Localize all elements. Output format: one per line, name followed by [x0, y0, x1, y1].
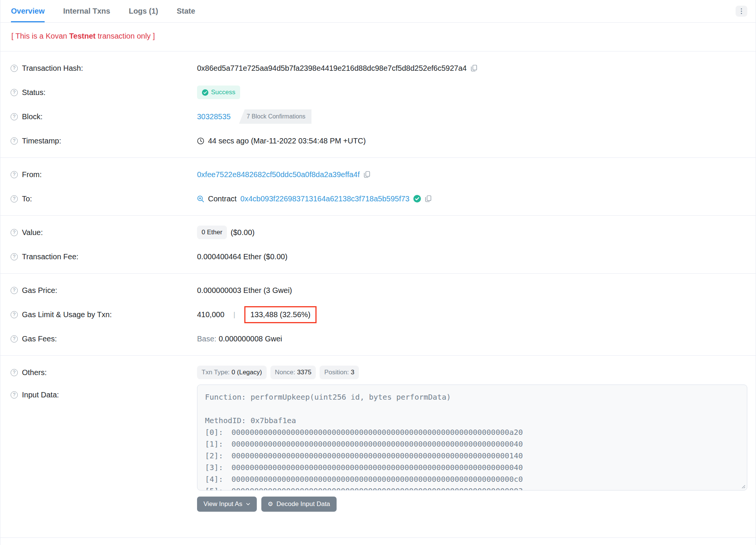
- input-function-line: Function: performUpkeep(uint256 id, byte…: [205, 391, 739, 403]
- block-row: ? Block: 30328535 7 Block Confirmations: [0, 104, 756, 129]
- section-addresses: ? From: 0xfee7522e8482682cf50ddc50a0f8da…: [0, 158, 756, 215]
- gears-icon: ⚙: [268, 501, 273, 507]
- gas-limit-value: 410,000: [197, 310, 224, 319]
- help-icon[interactable]: ?: [11, 335, 18, 343]
- tab-logs[interactable]: Logs (1): [129, 0, 158, 22]
- gas-fees-base-value: 0.000000008 Gwei: [219, 335, 282, 343]
- testnet-warning-prefix: [ This is a Kovan: [11, 32, 69, 40]
- value-label: Value:: [22, 228, 43, 237]
- section-overview-top: ? Transaction Hash: 0x86ed5a771e725aa94d…: [0, 51, 756, 157]
- help-icon[interactable]: ?: [11, 137, 18, 145]
- help-icon[interactable]: ?: [11, 229, 18, 236]
- input-word-line: [4]: 00000000000000000000000000000000000…: [205, 473, 739, 485]
- check-circle-icon: [202, 89, 208, 96]
- help-icon[interactable]: ?: [11, 391, 18, 399]
- input-word-line: [1]: 00000000000000000000000000000000000…: [205, 438, 739, 450]
- input-data-textarea[interactable]: Function: performUpkeep(uint256 id, byte…: [197, 385, 747, 490]
- more-options-button[interactable]: [736, 6, 747, 17]
- tab-overview[interactable]: Overview: [11, 0, 45, 22]
- verified-check-icon: [413, 195, 421, 202]
- decode-input-data-button[interactable]: ⚙ Decode Input Data: [261, 497, 337, 512]
- gas-price-row: ? Gas Price: 0.000000003 Ether (3 Gwei): [0, 278, 756, 302]
- kebab-dot: [741, 11, 742, 12]
- gas-limit-usage-row: ? Gas Limit & Usage by Txn: 410,000 | 13…: [0, 302, 756, 327]
- status-badge: Success: [197, 86, 240, 99]
- copy-icon[interactable]: [470, 65, 477, 72]
- transaction-hash-label: Transaction Hash:: [22, 64, 83, 73]
- txn-type-badge: Txn Type: 0 (Legacy): [197, 366, 267, 379]
- to-address-link[interactable]: 0x4cb093f226983713164a62138c3f718a5b595f…: [241, 195, 410, 203]
- timestamp-label: Timestamp:: [22, 137, 61, 145]
- txn-type-value: 0 (Legacy): [231, 369, 262, 376]
- transaction-fee-value: 0.000400464 Ether ($0.00): [197, 252, 287, 261]
- transaction-hash-value: 0x86ed5a771e725aa94d5b7fa2398e4419e216d8…: [197, 64, 467, 73]
- to-contract-prefix: Contract: [208, 195, 237, 203]
- input-data-actions: View Input As ⚙ Decode Input Data: [197, 497, 756, 533]
- help-icon[interactable]: ?: [11, 195, 18, 202]
- status-badge-label: Success: [211, 89, 235, 96]
- word-index: [1]:: [205, 438, 231, 450]
- status-row: ? Status: Success: [0, 80, 756, 104]
- others-label: Others:: [22, 368, 47, 377]
- position-value: 3: [351, 369, 354, 376]
- word-index: [3]:: [205, 462, 231, 473]
- timestamp-value: 44 secs ago (Mar-11-2022 03:54:48 PM +UT…: [208, 137, 366, 145]
- gas-separator: |: [233, 311, 235, 319]
- help-icon[interactable]: ?: [11, 287, 18, 294]
- tab-internal-txns[interactable]: Internal Txns: [63, 0, 110, 22]
- help-icon[interactable]: ?: [11, 89, 18, 96]
- from-address-link[interactable]: 0xfee7522e8482682cf50ddc50a0f8da2a39effa…: [197, 170, 360, 179]
- gas-price-label: Gas Price:: [22, 286, 57, 295]
- testnet-warning: [ This is a Kovan Testnet transaction on…: [0, 23, 756, 51]
- word-hex: 0000000000000000000000000000000000000000…: [231, 438, 523, 450]
- nonce-badge: Nonce: 3375: [270, 366, 316, 379]
- word-hex: 0000000000000000000000000000000000000000…: [231, 427, 523, 438]
- view-input-as-button[interactable]: View Input As: [197, 497, 257, 512]
- gas-fees-row: ? Gas Fees: Base:0.000000008 Gwei: [0, 327, 756, 351]
- help-icon[interactable]: ?: [11, 311, 18, 318]
- block-number-link[interactable]: 30328535: [197, 112, 231, 121]
- section-value: ? Value: 0 Ether ($0.00) ? Transaction F…: [0, 216, 756, 273]
- chevron-down-icon: [246, 502, 250, 506]
- input-data-label: Input Data:: [22, 391, 59, 399]
- gas-fees-base-label: Base:: [197, 335, 216, 343]
- input-word-line: [3]: 00000000000000000000000000000000000…: [205, 462, 739, 473]
- input-methodid-line: MethodID: 0x7bbaf1ea: [205, 415, 739, 427]
- input-data-row: ? Input Data: Function: performUpkeep(ui…: [0, 385, 756, 490]
- gas-usage-highlight-box: 133,488 (32.56%): [244, 306, 317, 323]
- tab-state[interactable]: State: [177, 0, 195, 22]
- timestamp-row: ? Timestamp: 44 secs ago (Mar-11-2022 03…: [0, 129, 756, 153]
- help-icon[interactable]: ?: [11, 113, 18, 120]
- help-icon[interactable]: ?: [11, 65, 18, 72]
- help-icon[interactable]: ?: [11, 369, 18, 376]
- others-row: ? Others: Txn Type: 0 (Legacy) Nonce: 33…: [0, 360, 756, 385]
- help-icon[interactable]: ?: [11, 171, 18, 178]
- word-index: [4]:: [205, 473, 231, 485]
- word-index: [5]:: [205, 485, 231, 490]
- gas-limit-usage-label: Gas Limit & Usage by Txn:: [22, 310, 112, 319]
- testnet-warning-suffix: transaction only ]: [96, 32, 155, 40]
- view-input-as-label: View Input As: [203, 500, 242, 508]
- usd-value-text: ($0.00): [231, 228, 255, 237]
- magnifier-plus-icon[interactable]: [197, 195, 204, 202]
- tabbar-spacer: [214, 0, 736, 22]
- copy-icon[interactable]: [363, 171, 370, 178]
- tab-bar: Overview Internal Txns Logs (1) State: [0, 0, 756, 23]
- section-others-input: ? Others: Txn Type: 0 (Legacy) Nonce: 33…: [0, 356, 756, 537]
- section-gas: ? Gas Price: 0.000000003 Ether (3 Gwei) …: [0, 274, 756, 355]
- help-icon[interactable]: ?: [11, 253, 18, 260]
- bottom-divider: [0, 537, 756, 538]
- input-word-line: [5]: 00000000000000000000000000000000000…: [205, 485, 739, 490]
- transaction-fee-label: Transaction Fee:: [22, 252, 78, 261]
- value-row: ? Value: 0 Ether ($0.00): [0, 220, 756, 244]
- copy-icon[interactable]: [425, 195, 432, 202]
- transaction-hash-row: ? Transaction Hash: 0x86ed5a771e725aa94d…: [0, 56, 756, 80]
- gas-usage-value: 133,488 (32.56%): [250, 310, 310, 319]
- position-badge: Position: 3: [320, 366, 359, 379]
- from-label: From:: [22, 170, 42, 179]
- kebab-dot: [741, 8, 742, 10]
- resize-grip-icon[interactable]: [741, 484, 745, 489]
- block-label: Block:: [22, 112, 42, 121]
- txn-type-key: Txn Type:: [202, 369, 230, 376]
- word-hex: 0000000000000000000000000000000000000000…: [231, 473, 523, 485]
